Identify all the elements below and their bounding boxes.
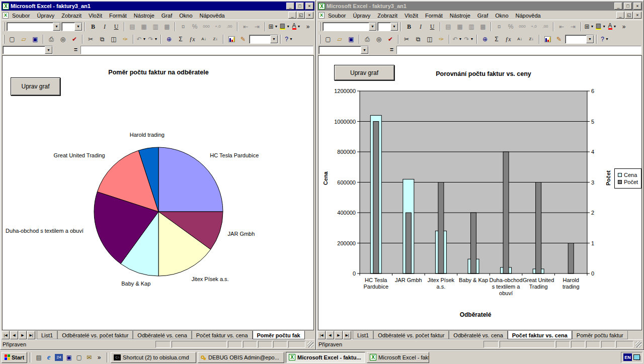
percent-style-icon[interactable]: % bbox=[189, 22, 200, 32]
resize-grip[interactable] bbox=[635, 341, 641, 347]
name-box[interactable]: ▼ bbox=[3, 46, 53, 54]
align-left-icon[interactable]: ▤ bbox=[443, 22, 454, 32]
spelling-icon[interactable]: ✔ bbox=[69, 34, 80, 44]
autosum-icon[interactable]: Σ bbox=[175, 34, 186, 44]
left-axis-title[interactable]: Cena bbox=[323, 171, 329, 185]
decrease-decimal-icon[interactable]: ,00 bbox=[224, 22, 235, 32]
chart-wizard-icon[interactable] bbox=[226, 34, 237, 44]
copy-icon[interactable]: ⧉ bbox=[413, 34, 424, 44]
doc-restore-button[interactable]: ◱ bbox=[625, 12, 633, 19]
menu-item-2[interactable]: Zobrazit bbox=[374, 12, 401, 20]
workbook-icon[interactable]: X bbox=[3, 12, 9, 19]
menu-item-1[interactable]: Úpravy bbox=[33, 12, 58, 20]
menu-item-5[interactable]: Nástroje bbox=[446, 12, 474, 20]
monitor-24-icon[interactable]: 24 bbox=[55, 354, 63, 361]
zoom-combo-dropdown[interactable]: ▼ bbox=[586, 35, 594, 43]
mail-icon[interactable]: ✉ bbox=[84, 352, 94, 362]
sheet-tab-2[interactable]: Odběratelé vs. cena bbox=[133, 331, 191, 339]
merge-center-icon[interactable]: ▩ bbox=[162, 22, 173, 32]
tab-scroll-1[interactable]: ◀ bbox=[10, 331, 18, 339]
bold-icon[interactable]: B bbox=[404, 22, 415, 32]
zoom-combo[interactable]: ▼ bbox=[565, 35, 594, 44]
more-buttons-icon[interactable]: » bbox=[618, 22, 629, 32]
format-painter-icon[interactable]: ✑ bbox=[120, 34, 131, 44]
cut-icon[interactable]: ✂ bbox=[85, 34, 96, 44]
font-color-icon[interactable]: A▼ bbox=[607, 22, 618, 32]
sort-ascending-icon[interactable]: A↓ bbox=[198, 34, 209, 44]
toolbar-grip[interactable] bbox=[319, 35, 320, 44]
menu-item-0[interactable]: Soubor bbox=[325, 12, 349, 20]
minimize-button[interactable]: _ bbox=[286, 3, 294, 10]
undo-icon[interactable]: ↶▼ bbox=[136, 34, 147, 44]
bar-pocet-2[interactable] bbox=[438, 183, 444, 274]
comma-style-icon[interactable]: 000 bbox=[201, 22, 212, 32]
increase-indent-icon[interactable]: ⇥ bbox=[568, 22, 579, 32]
menu-item-7[interactable]: Okno bbox=[176, 12, 196, 20]
start-button[interactable]: Start bbox=[2, 352, 27, 363]
internet-explorer-icon[interactable]: e bbox=[44, 352, 54, 362]
font-color-icon[interactable]: A▼ bbox=[291, 22, 302, 32]
print-icon[interactable]: ⎙ bbox=[46, 34, 57, 44]
currency-style-icon[interactable]: ¤ bbox=[494, 22, 505, 32]
bar-pocet-6[interactable] bbox=[568, 243, 574, 274]
sheet-tab-0[interactable]: List1 bbox=[353, 331, 373, 339]
menu-item-5[interactable]: Nástroje bbox=[130, 12, 158, 20]
help-icon[interactable]: ?▼ bbox=[283, 34, 294, 44]
quick-launch-overflow-chevron[interactable]: » bbox=[94, 352, 104, 362]
zoom-combo[interactable]: ▼ bbox=[249, 35, 278, 44]
insert-hyperlink-icon[interactable]: ⊕ bbox=[479, 34, 491, 44]
sort-descending-icon[interactable]: Z↓ bbox=[526, 34, 537, 44]
font-size-combo-dropdown[interactable]: ▼ bbox=[390, 23, 398, 31]
sheet-tab-3[interactable]: Počet faktur vs. cena bbox=[192, 331, 253, 339]
font-size-combo-dropdown[interactable]: ▼ bbox=[74, 23, 82, 31]
x-axis-title[interactable]: Odběratelé bbox=[375, 311, 576, 318]
print-preview-icon[interactable]: ◎ bbox=[373, 34, 384, 44]
doc-restore-button[interactable]: ◱ bbox=[297, 12, 305, 19]
name-box[interactable]: ▼ bbox=[318, 46, 369, 54]
borders-icon[interactable]: ⊞▼ bbox=[584, 22, 595, 32]
doc-minimize-button[interactable]: _ bbox=[616, 12, 624, 19]
chart-wizard-icon[interactable] bbox=[542, 34, 553, 44]
resize-grip[interactable] bbox=[307, 341, 313, 347]
close-button[interactable]: × bbox=[305, 3, 313, 10]
language-indicator[interactable]: EN bbox=[623, 353, 632, 361]
font-size-combo[interactable]: ▼ bbox=[61, 22, 83, 31]
sheet-tab-4[interactable]: Poměr počtu fak bbox=[253, 331, 305, 339]
format-painter-icon[interactable]: ✑ bbox=[436, 34, 447, 44]
align-right-icon[interactable]: ▥ bbox=[150, 22, 161, 32]
increase-decimal-icon[interactable]: +,0 bbox=[212, 22, 223, 32]
sheet-tab-3[interactable]: Počet faktur vs. cena bbox=[508, 331, 572, 339]
increase-decimal-icon[interactable]: +,0 bbox=[528, 22, 539, 32]
open-icon[interactable]: ▱ bbox=[18, 34, 29, 44]
spelling-icon[interactable]: ✔ bbox=[385, 34, 396, 44]
menu-item-1[interactable]: Úpravy bbox=[349, 12, 374, 20]
bar-pocet-4[interactable] bbox=[503, 152, 509, 274]
task-button-1[interactable]: DEBUG OBIS Admin@epo... bbox=[198, 352, 284, 363]
viewer-icon[interactable]: ▤ bbox=[34, 352, 44, 362]
workbook-icon[interactable]: X bbox=[318, 12, 325, 19]
toolbar-grip[interactable] bbox=[3, 35, 5, 44]
copy-icon[interactable]: ⧉ bbox=[97, 34, 108, 44]
currency-style-icon[interactable]: ¤ bbox=[178, 22, 189, 32]
save-icon[interactable]: ▣ bbox=[30, 34, 41, 44]
menu-item-6[interactable]: Graf bbox=[474, 12, 492, 20]
show-desktop-icon[interactable]: ▢ bbox=[74, 352, 84, 362]
undo-icon[interactable]: ↶▼ bbox=[452, 34, 463, 44]
sheet-tab-0[interactable]: List1 bbox=[37, 331, 57, 339]
tab-scroll-1[interactable]: ◀ bbox=[326, 331, 334, 339]
font-combo-dropdown[interactable]: ▼ bbox=[369, 23, 376, 31]
bar-pocet-1[interactable] bbox=[406, 213, 411, 274]
bold-icon[interactable]: B bbox=[88, 22, 99, 32]
bar-pocet-3[interactable] bbox=[471, 213, 476, 274]
decrease-decimal-icon[interactable]: ,00 bbox=[540, 22, 551, 32]
menu-item-8[interactable]: Nápověda bbox=[196, 12, 228, 20]
paste-function-icon[interactable]: ƒx bbox=[187, 34, 198, 44]
italic-icon[interactable]: I bbox=[99, 22, 110, 32]
autosum-icon[interactable]: Σ bbox=[491, 34, 502, 44]
tab-scroll-2[interactable]: ▶ bbox=[19, 331, 27, 339]
zoom-combo-dropdown[interactable]: ▼ bbox=[270, 35, 278, 43]
menu-item-8[interactable]: Nápověda bbox=[512, 12, 544, 20]
underline-icon[interactable]: U bbox=[427, 22, 438, 32]
menu-item-4[interactable]: Formát bbox=[106, 12, 130, 20]
fill-color-icon[interactable]: ▨▼ bbox=[279, 22, 290, 32]
